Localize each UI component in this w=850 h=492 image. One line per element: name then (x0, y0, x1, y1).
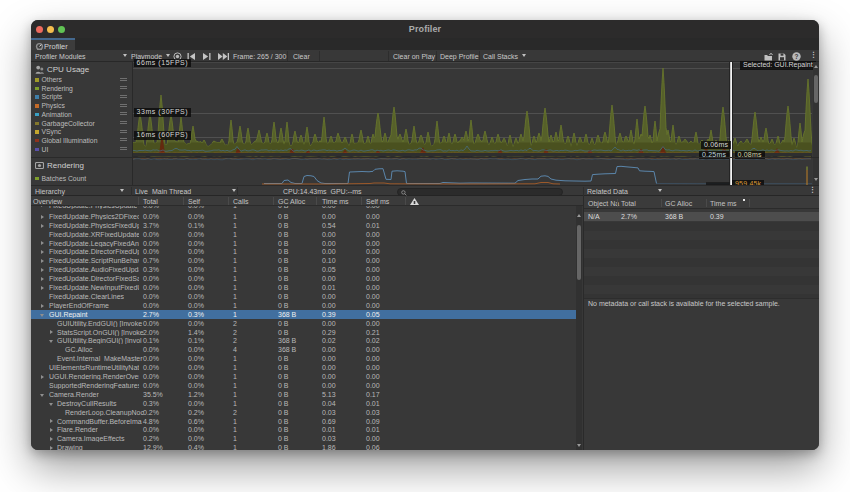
svg-text:?: ? (794, 53, 798, 60)
